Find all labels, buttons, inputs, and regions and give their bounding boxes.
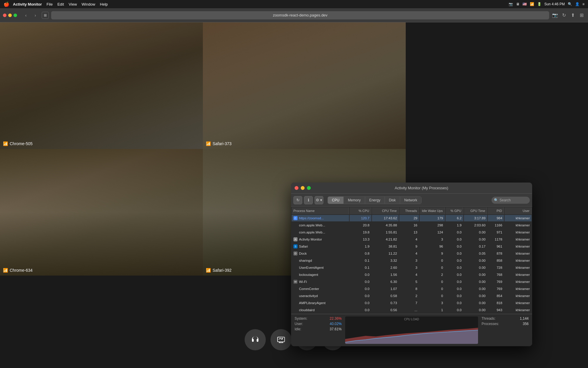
table-row[interactable]: com.apple.Web... 19.8 1:55.81 13 124 0.0… [292,229,532,236]
minimize-button[interactable] [8,14,12,17]
table-row[interactable]: W Wi-Fi 0.0 6.30 5 0 0.0 0.00 769 khkram… [292,279,532,285]
table-row[interactable]: UserEventAgent 0.1 2.60 3 0 0.0 0.00 728… [292,264,532,271]
video-label-bottom-right: 📶 Safari-392 [206,268,232,273]
tab-button[interactable]: ⊞ [42,12,49,19]
am-table-body: C https://zoomsd... 120.7 17:43.62 29 17… [292,215,532,313]
table-row[interactable]: clouddaird 0.0 0.56 ... 1 0.0 0.00 943 k… [292,307,532,313]
am-idle-row: Idle: 37.61% [295,327,342,331]
am-toolbar: ↻ ℹ ⚙ ▾ CPU Memory Energy Disk Network 🔍… [291,194,532,207]
am-table-header: Process Name % CPU CPU Time Threads Idle… [292,207,532,214]
video-cell-bottom-left: 📶 Chrome-634 [0,149,203,276]
close-button[interactable] [3,14,6,17]
tabs-icon[interactable]: ⊞ [578,12,585,19]
url-text: zoomsdk-react-demo.pages.dev [273,13,328,17]
am-search-placeholder: Search [500,198,511,202]
menubar-user-icon[interactable]: 👤 [575,2,579,6]
menu-help[interactable]: Help [100,2,108,6]
menubar-battery-icon: 🔋 [537,2,542,6]
menubar-screen-icon: 🖥 [516,2,519,6]
video-cell-top-right: 📶 Safari-373 [203,22,406,149]
am-minimize-button[interactable] [301,186,305,190]
camera-icon[interactable]: 📷 [552,12,559,19]
headset-button[interactable] [245,329,266,350]
table-row[interactable]: sharingd 0.1 3.32 3 0 0.0 0.00 858 khkra… [292,257,532,264]
am-info-button[interactable]: ℹ [304,196,313,204]
table-row[interactable]: D Dock 0.8 11.22 4 9 0.0 0.05 878 khkram… [292,250,532,257]
back-button[interactable]: ‹ [22,12,30,19]
table-row[interactable]: S Safari 1.9 38.81 9 96 0.0 0.17 961 khk… [292,243,532,250]
am-refresh-button[interactable]: ↻ [293,196,302,204]
am-traffic-lights [295,186,311,190]
am-cpu-stats: System: 22.36% User: 40.02% Idle: 37.61% [295,316,342,344]
table-row[interactable]: com.apple.Web... 20.8 4:35.88 16 298 1.9… [292,222,532,228]
am-titlebar: Activity Monitor (My Processes) [291,183,532,194]
col-threads[interactable]: Threads [399,207,419,214]
maximize-button[interactable] [14,14,17,17]
am-tab-network[interactable]: Network [400,197,421,204]
menu-file[interactable]: File [46,2,53,6]
table-row[interactable]: useractivityd 0.0 0.58 2 0 0.0 0.00 854 … [292,293,532,299]
menubar-search-icon[interactable]: 🔍 [568,2,572,6]
address-bar[interactable]: zoomsdk-react-demo.pages.dev [51,11,549,19]
am-gear-button[interactable]: ⚙ ▾ [315,196,323,204]
am-title: Activity Monitor (My Processes) [314,186,529,190]
table-row[interactable]: CommCenter 0.0 1.07 8 0 0.0 0.00 769 khk… [292,286,532,292]
video-cell-top-left: 📶 Chrome-505 [0,22,203,149]
am-tab-energy[interactable]: Energy [365,197,385,204]
am-threads-row: Threads: 1,144 [482,316,529,321]
am-process-table: Process Name % CPU CPU Time Threads Idle… [291,207,532,314]
share-icon[interactable]: ⬆ [569,12,576,19]
menubar-wifi-icon: 📶 [530,2,534,6]
col-process-name[interactable]: Process Name [292,207,349,214]
am-system-label: System: [295,316,307,321]
video-label-bottom-left: 📶 Chrome-634 [3,268,33,273]
forward-button[interactable]: › [31,12,39,19]
am-idle-value: 37.61% [330,327,342,331]
menubar-flag-icon: 🇺🇸 [522,2,527,6]
am-tab-cpu[interactable]: CPU [328,197,344,204]
am-tab-disk[interactable]: Disk [385,197,400,204]
menu-edit[interactable]: Edit [57,2,64,6]
am-close-button[interactable] [295,186,298,190]
reload-icon[interactable]: ↻ [560,12,567,19]
am-system-row: System: 22.36% [295,316,342,321]
am-tab-memory[interactable]: Memory [344,197,365,204]
am-tab-group: CPU Memory Energy Disk Network [328,196,422,204]
signal-icon-3: 📶 [3,268,8,273]
col-gpu-time[interactable]: GPU Time [464,207,487,214]
am-search-box[interactable]: 🔍 Search [492,197,530,204]
table-row[interactable]: C https://zoomsd... 120.7 17:43.62 29 17… [292,215,532,221]
signal-icon-2: 📶 [206,141,211,146]
am-footer: System: 22.36% User: 40.02% Idle: 37.61%… [291,314,532,346]
menu-view[interactable]: View [69,2,77,6]
am-cpu-chart: CPU LOAD [345,316,478,344]
am-idle-label: Idle: [295,327,301,331]
video-label-top-right: 📶 Safari-373 [206,141,232,146]
menubar-control-icon[interactable]: ≡ [582,2,584,6]
signal-icon: 📶 [3,141,8,146]
am-processes-value: 356 [523,322,529,326]
menu-window[interactable]: Window [82,2,95,6]
am-user-row: User: 40.02% [295,322,342,326]
am-maximize-button[interactable] [307,186,311,190]
col-idle-wakeups[interactable]: Idle Wake Ups [420,207,445,214]
video-label-top-left: 📶 Chrome-505 [3,141,33,146]
apple-menu[interactable]: 🍎 [4,1,9,7]
screen-button[interactable] [270,329,292,350]
col-user[interactable]: User [505,207,532,214]
signal-icon-4: 📶 [206,268,211,273]
table-row[interactable]: AMPLibraryAgent 0.0 0.73 7 3 0.0 0.00 81… [292,300,532,306]
col-cpu-time[interactable]: CPU Time [372,207,399,214]
am-processes-label: Processes: [482,322,499,326]
am-user-label: User: [295,322,303,326]
table-row[interactable]: lockoutagent 0.0 1.56 4 2 0.0 0.00 768 k… [292,271,532,278]
am-search-icon: 🔍 [494,198,498,202]
table-row[interactable]: A Activity Monitor 13.3 4:21.82 4 3 0.0 … [292,236,532,243]
col-cpu-pct[interactable]: % CPU [350,207,371,214]
col-pid[interactable]: PID [488,207,504,214]
menubar-camera-icon: 📷 [509,2,513,6]
col-gpu-pct[interactable]: % GPU [445,207,463,214]
menubar-time: Sun 4:46 PM [544,2,565,6]
browser-bar: ‹ › ⊞ zoomsdk-react-demo.pages.dev 📷 ↻ ⬆… [0,8,588,22]
svg-rect-0 [278,337,285,342]
